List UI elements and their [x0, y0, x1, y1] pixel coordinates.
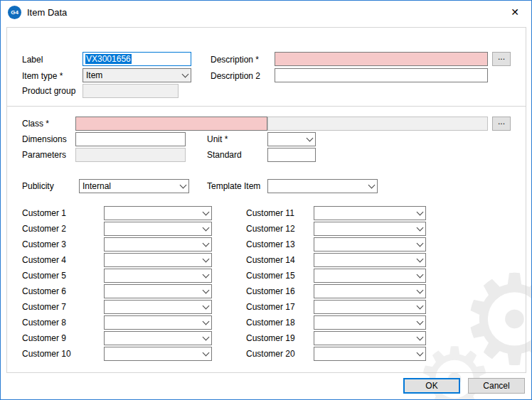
customer-label: Customer 4: [22, 255, 104, 265]
customer-select[interactable]: [314, 206, 426, 220]
standard-label: Standard: [207, 150, 242, 160]
ok-button[interactable]: OK: [403, 378, 460, 394]
class-label: Class *: [22, 119, 49, 129]
close-icon[interactable]: ✕: [506, 3, 524, 21]
customer-select[interactable]: [104, 300, 212, 314]
chevron-down-icon: [200, 254, 211, 266]
publicity-select[interactable]: Internal: [79, 179, 189, 193]
customer-label: Customer 6: [22, 286, 104, 296]
chevron-down-icon: [414, 301, 425, 313]
customer-row: Customer 7: [22, 299, 212, 315]
section-divider: [6, 106, 526, 107]
template-item-label: Template Item: [207, 181, 260, 191]
customer-label: Customer 14: [246, 255, 314, 265]
customer-select[interactable]: [314, 315, 426, 330]
customer-list-right: Customer 11 Customer 12 Customer 13 Cust…: [246, 205, 426, 362]
customer-select[interactable]: [104, 206, 212, 220]
class-description-input: [267, 117, 488, 131]
description-browse-button[interactable]: ...: [492, 52, 511, 66]
customer-row: Customer 4: [22, 252, 212, 268]
customer-select[interactable]: [104, 222, 212, 236]
customer-select[interactable]: [104, 347, 212, 361]
customer-row: Customer 6: [22, 283, 212, 299]
chevron-down-icon: [200, 332, 211, 345]
label-input-value: VX3001656: [85, 54, 132, 64]
label-field-label: Label: [22, 55, 43, 65]
customer-row: Customer 18: [246, 315, 426, 330]
customer-select[interactable]: [104, 284, 212, 298]
chevron-down-icon: [414, 222, 425, 235]
description-label: Description *: [211, 55, 259, 65]
description-input[interactable]: [275, 52, 488, 66]
chevron-down-icon: [200, 222, 211, 235]
unit-label: Unit *: [207, 134, 228, 144]
customer-label: Customer 2: [22, 224, 104, 234]
customer-row: Customer 20: [246, 346, 426, 362]
customer-select[interactable]: [104, 315, 212, 330]
dimensions-input[interactable]: [75, 132, 186, 146]
chevron-down-icon: [200, 285, 211, 298]
customer-select[interactable]: [104, 253, 212, 267]
customer-label: Customer 10: [22, 349, 104, 359]
customer-label: Customer 9: [22, 333, 104, 343]
customer-row: Customer 11: [246, 205, 426, 221]
customer-label: Customer 15: [246, 271, 314, 281]
customer-select[interactable]: [314, 300, 426, 314]
customer-select[interactable]: [314, 222, 426, 236]
parameters-input: [75, 148, 186, 162]
label-input[interactable]: VX3001656: [83, 52, 191, 66]
standard-input[interactable]: [267, 148, 316, 162]
chevron-down-icon: [414, 332, 425, 345]
template-item-select[interactable]: [267, 179, 378, 193]
customer-label: Customer 17: [246, 302, 314, 312]
chevron-down-icon: [200, 238, 211, 251]
publicity-value: Internal: [83, 181, 111, 191]
customer-select[interactable]: [104, 269, 212, 283]
customer-label: Customer 5: [22, 271, 104, 281]
class-browse-button[interactable]: ...: [492, 117, 511, 131]
customer-label: Customer 8: [22, 318, 104, 328]
description2-label: Description 2: [211, 71, 260, 81]
item-type-select[interactable]: Item: [83, 68, 191, 82]
chevron-down-icon: [414, 238, 425, 251]
chevron-down-icon: [179, 69, 191, 82]
customer-row: Customer 13: [246, 237, 426, 252]
publicity-label: Publicity: [22, 181, 54, 191]
customer-row: Customer 5: [22, 268, 212, 283]
customer-select[interactable]: [314, 237, 426, 252]
customer-select[interactable]: [314, 284, 426, 298]
customer-select[interactable]: [104, 237, 212, 252]
customer-label: Customer 18: [246, 318, 314, 328]
unit-select[interactable]: [267, 132, 316, 146]
cancel-button[interactable]: Cancel: [468, 378, 525, 394]
chevron-down-icon: [304, 133, 315, 146]
chevron-down-icon: [366, 180, 377, 193]
chevron-down-icon: [414, 285, 425, 298]
customer-label: Customer 16: [246, 286, 314, 296]
chevron-down-icon: [200, 269, 211, 282]
customer-select[interactable]: [314, 253, 426, 267]
customer-label: Customer 12: [246, 224, 314, 234]
customer-row: Customer 16: [246, 283, 426, 299]
description2-input[interactable]: [275, 68, 488, 82]
chevron-down-icon: [200, 301, 211, 313]
customer-row: Customer 9: [22, 330, 212, 346]
item-type-value: Item: [86, 70, 102, 80]
customer-select[interactable]: [314, 347, 426, 361]
customer-select[interactable]: [104, 331, 212, 345]
class-input[interactable]: [75, 117, 267, 131]
customer-label: Customer 11: [246, 208, 314, 218]
customer-row: Customer 12: [246, 221, 426, 237]
customer-row: Customer 15: [246, 268, 426, 283]
customer-row: Customer 1: [22, 205, 212, 221]
chevron-down-icon: [177, 180, 188, 193]
customer-row: Customer 14: [246, 252, 426, 268]
customer-select[interactable]: [314, 331, 426, 345]
product-group-input: [83, 84, 179, 98]
customer-select[interactable]: [314, 269, 426, 283]
customer-row: Customer 3: [22, 237, 212, 252]
chevron-down-icon: [414, 254, 425, 266]
chevron-down-icon: [414, 207, 425, 220]
chevron-down-icon: [414, 316, 425, 329]
chevron-down-icon: [200, 207, 211, 220]
